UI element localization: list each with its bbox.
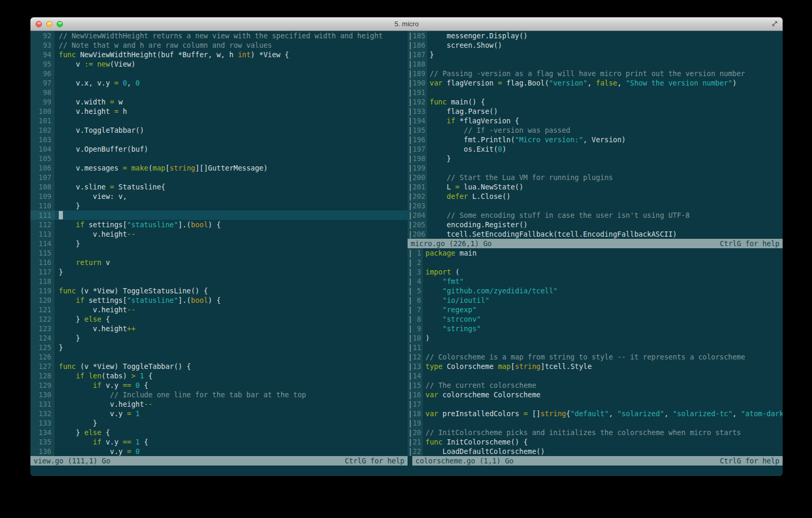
code-line[interactable]: 94func NewViewWidthHeight(buf *Buffer, w… [30,50,408,59]
code-line[interactable]: |203 [408,201,783,210]
code-line[interactable]: 111 [30,210,408,220]
code-line[interactable]: |1package main [408,248,783,258]
code-line[interactable]: 95 v := new(View) [30,59,408,69]
code-line[interactable]: 106 v.messages = make(map[string][]Gutte… [30,163,408,173]
code-line[interactable]: |185 messenger.Display() [408,31,783,40]
code-line[interactable]: |194 if *flagVersion { [408,116,783,125]
code-line[interactable]: 118 [30,277,408,286]
code-line[interactable]: 133 } [30,418,408,428]
fullscreen-icon[interactable] [771,20,778,29]
code-line[interactable]: |22 LoadDefaultColorscheme() [408,447,783,456]
code-line[interactable]: 129 if v.y == 0 { [30,380,408,390]
code-line[interactable]: 128 if len(tabs) > 1 { [30,371,408,380]
code-line[interactable]: 101 [30,116,408,125]
code-line[interactable]: |196 fmt.Println("Micro version:", Versi… [408,135,783,144]
code-line[interactable]: |2 [408,258,783,267]
code-line[interactable]: 131 v.height-- [30,399,408,409]
code-line[interactable]: |17 [408,399,783,409]
code-line[interactable]: |193 flag.Parse() [408,107,783,116]
code-line[interactable]: 127func (v *View) ToggleTabbar() { [30,362,408,371]
code-line[interactable]: 112 if settings["statusline"].(bool) { [30,220,408,229]
code-text: // Include one line for the tab bar at t… [55,390,408,399]
code-line[interactable]: |189// Passing -version as a flag will h… [408,69,783,78]
code-line[interactable]: |198 } [408,154,783,163]
line-number: 17 [412,399,423,409]
code-line[interactable]: 123 v.height++ [30,324,408,333]
code-line[interactable]: |202 defer L.Close() [408,192,783,201]
editor-pane-view-go[interactable]: 92// NewViewWidthHeight returns a new vi… [30,31,408,456]
code-line[interactable]: |6 "io/ioutil" [408,295,783,305]
code-line[interactable]: |8 "strconv" [408,314,783,324]
code-line[interactable]: 135 if v.y == 1 { [30,437,408,447]
code-line[interactable]: 119func (v *View) ToggleStatusLine() { [30,286,408,295]
code-line[interactable]: 108 v.sline = Statusline{ [30,182,408,192]
code-line[interactable]: 114 } [30,239,408,248]
code-line[interactable]: 99 v.width = w [30,97,408,107]
code-line[interactable]: 120 if settings["statusline"].(bool) { [30,295,408,305]
code-line[interactable]: 100 v.height = h [30,107,408,116]
code-line[interactable]: |7 "regexp" [408,305,783,314]
code-line[interactable]: 104 v.OpenBuffer(buf) [30,144,408,154]
code-line[interactable]: |21func InitColorscheme() { [408,437,783,447]
code-line[interactable]: |15// The current colorscheme [408,380,783,390]
code-line[interactable]: 117} [30,267,408,277]
code-line[interactable]: |201 L = lua.NewState() [408,182,783,192]
editor-pane-micro-go[interactable]: |185 messenger.Display()|186 screen.Show… [408,31,783,239]
code-line[interactable]: |10) [408,333,783,343]
code-line[interactable]: |197 os.Exit(0) [408,144,783,154]
code-line[interactable]: |4 "fmt" [408,277,783,286]
code-line[interactable]: |192func main() { [408,97,783,107]
code-line[interactable]: |206 tcell.SetEncodingFallback(tcell.Enc… [408,229,783,239]
code-line[interactable]: 132 v.y = 1 [30,409,408,418]
code-line[interactable]: |12// Colorscheme is a map from string t… [408,352,783,362]
code-line[interactable]: 115 [30,248,408,258]
code-line[interactable]: 109 view: v, [30,192,408,201]
code-line[interactable]: |204 // Some encoding stuff in case the … [408,210,783,220]
code-line[interactable]: |195 // If -version was passed [408,125,783,135]
code-line[interactable]: 134 } else { [30,428,408,437]
split-divider-icon: | [408,220,412,229]
code-line[interactable]: |190var flagVersion = flag.Bool("version… [408,78,783,88]
code-line[interactable]: |5 "github.com/zyedidia/tcell" [408,286,783,295]
code-line[interactable]: |205 encoding.Register() [408,220,783,229]
code-line[interactable]: |13type Colorscheme map[string]tcell.Sty… [408,362,783,371]
code-line[interactable]: |186 screen.Show() [408,40,783,50]
code-line[interactable]: 116 return v [30,258,408,267]
code-line[interactable]: 107 [30,173,408,182]
code-line[interactable]: 122 } else { [30,314,408,324]
code-line[interactable]: |20// InitColorscheme picks and initiali… [408,428,783,437]
code-line[interactable]: |18var preInstalledColors = []string{"de… [408,409,783,418]
code-line[interactable]: 110 } [30,201,408,210]
code-line[interactable]: |191 [408,88,783,97]
code-line[interactable]: 136 v.y = 0 [30,447,408,456]
code-line[interactable]: 124 } [30,333,408,343]
code-line[interactable]: 130 // Include one line for the tab bar … [30,390,408,399]
code-line[interactable]: 126 [30,352,408,362]
code-line[interactable]: 125} [30,343,408,352]
code-line[interactable]: 121 v.height-- [30,305,408,314]
code-line[interactable]: 97 v.x, v.y = 0, 0 [30,78,408,88]
code-line[interactable]: 102 v.ToggleTabbar() [30,125,408,135]
code-line[interactable]: |19 [408,418,783,428]
code-line[interactable]: |187} [408,50,783,59]
code-line[interactable]: 105 [30,154,408,163]
code-line[interactable]: 92// NewViewWidthHeight returns a new vi… [30,31,408,40]
code-text: v.height-- [55,399,408,409]
split-divider-icon: | [408,390,412,399]
code-line[interactable]: 113 v.height-- [30,229,408,239]
code-line[interactable]: 103 [30,135,408,144]
code-line[interactable]: 96 [30,69,408,78]
code-line[interactable]: |200 // Start the Lua VM for running plu… [408,173,783,182]
editor-pane-colorscheme-go[interactable]: |1package main|2|3import (|4 "fmt"|5 "gi… [408,248,783,456]
code-line[interactable]: |199 [408,163,783,173]
code-line[interactable]: 98 [30,88,408,97]
window-titlebar[interactable]: 5. micro [30,17,783,31]
code-line[interactable]: |3import ( [408,267,783,277]
code-line[interactable]: |14 [408,371,783,380]
code-line[interactable]: 93// Note that w and h are raw column an… [30,40,408,50]
code-text: "github.com/zyedidia/tcell" [423,286,783,295]
code-line[interactable]: |188 [408,59,783,69]
code-line[interactable]: |11 [408,343,783,352]
code-line[interactable]: |9 "strings" [408,324,783,333]
code-line[interactable]: |16var colorscheme Colorscheme [408,390,783,399]
